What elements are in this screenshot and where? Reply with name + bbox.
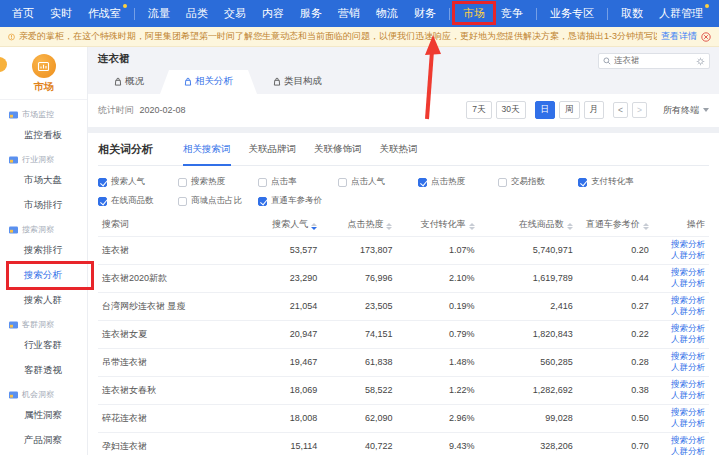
column-header[interactable]: 直通车参考价 [577, 214, 653, 236]
toolbar-button[interactable]: 30天 [496, 101, 526, 119]
gear-icon[interactable] [696, 57, 705, 66]
nav-item[interactable]: 财务 [406, 0, 444, 27]
checkbox-icon[interactable] [258, 197, 267, 206]
prev-date-button[interactable]: < [613, 102, 628, 118]
toolbar-button[interactable]: 7天 [466, 101, 491, 119]
nav-item[interactable]: 取数 [613, 0, 651, 27]
crowd-analysis-link[interactable]: 人群分析 [657, 334, 705, 345]
toolbar-button[interactable]: 周 [559, 101, 580, 119]
checkbox-icon[interactable] [498, 178, 507, 187]
nav-item[interactable]: 学院 [711, 0, 719, 27]
checkbox-icon[interactable] [178, 178, 187, 187]
metric-checkbox[interactable]: 商城点击占比 [178, 195, 258, 207]
analysis-subtab[interactable]: 关联热词 [380, 143, 418, 166]
nav-item[interactable]: 服务 [292, 0, 330, 27]
checkbox-icon[interactable] [258, 178, 267, 187]
toolbar-button[interactable]: 日 [535, 101, 556, 119]
crowd-analysis-link[interactable]: 人群分析 [657, 362, 705, 373]
search-analysis-link[interactable]: 搜索分析 [657, 323, 705, 334]
sort-icon[interactable] [469, 223, 475, 230]
actions-cell: 搜索分析 人群分析 [653, 348, 709, 376]
sidebar-item[interactable]: 客群透视 [0, 358, 87, 383]
nav-item[interactable]: 市场 [455, 0, 493, 27]
toolbar-button[interactable]: 月 [584, 101, 605, 119]
column-header[interactable]: 支付转化率 [396, 214, 478, 236]
page-tab[interactable]: 概况 [98, 70, 160, 94]
nav-item[interactable]: 人群管理 [651, 0, 711, 27]
search-input[interactable] [614, 56, 693, 66]
nav-item-label: 竞争 [501, 7, 523, 19]
search-analysis-link[interactable]: 搜索分析 [657, 351, 705, 362]
sidebar-item[interactable]: 市场排行 [0, 193, 87, 218]
metric-checkbox[interactable]: 支付转化率 [578, 176, 658, 188]
sidebar-item[interactable]: 市场大盘 [0, 168, 87, 193]
metric-checkbox[interactable]: 搜索人气 [98, 176, 178, 188]
sidebar-item[interactable]: 搜索分析 [0, 263, 87, 288]
notice-detail-link[interactable]: 查看详情 [661, 30, 697, 43]
next-date-button[interactable]: > [632, 102, 647, 118]
nav-item[interactable]: 交易 [216, 0, 254, 27]
crowd-analysis-link[interactable]: 人群分析 [657, 250, 705, 261]
nav-item[interactable]: 首页 [4, 0, 42, 27]
search-analysis-link[interactable]: 搜索分析 [657, 295, 705, 306]
metric-checkbox[interactable]: 直通车参考价 [258, 195, 338, 207]
crowd-analysis-link[interactable]: 人群分析 [657, 446, 705, 455]
nav-item[interactable]: 竞争 [493, 0, 531, 27]
checkbox-icon[interactable] [418, 178, 427, 187]
main-area: 市场 市场监控 监控看板 行业洞察 市场大盘 市场排行 搜索洞察 搜索排行 搜索… [0, 47, 719, 455]
sort-icon[interactable] [643, 223, 649, 230]
checkbox-icon[interactable] [98, 197, 107, 206]
page-tab[interactable]: 类目构成 [257, 70, 338, 94]
analysis-subtab[interactable]: 关联修饰词 [314, 143, 362, 166]
nav-item[interactable]: 业务专区 [542, 0, 602, 27]
nav-item[interactable]: 作战室 [80, 0, 129, 27]
terminal-dropdown[interactable]: 所有终端 [663, 104, 709, 117]
search-analysis-link[interactable]: 搜索分析 [657, 407, 705, 418]
nav-item[interactable]: 物流 [368, 0, 406, 27]
column-header[interactable]: 在线商品数 [479, 214, 577, 236]
nav-item[interactable]: 内容 [254, 0, 292, 27]
nav-item[interactable]: 营销 [330, 0, 368, 27]
checkbox-icon[interactable] [178, 197, 187, 206]
search-analysis-link[interactable]: 搜索分析 [657, 267, 705, 278]
keyword-search-box[interactable] [598, 53, 710, 69]
search-analysis-link[interactable]: 搜索分析 [657, 435, 705, 446]
nav-item[interactable]: 品类 [178, 0, 216, 27]
crowd-analysis-link[interactable]: 人群分析 [657, 418, 705, 429]
close-icon[interactable] [701, 32, 711, 42]
column-header[interactable]: 操作 [653, 214, 709, 236]
column-header[interactable]: 点击热度 [321, 214, 396, 236]
sort-icon[interactable] [311, 223, 317, 230]
crowd-analysis-link[interactable]: 人群分析 [657, 306, 705, 317]
crowd-analysis-link[interactable]: 人群分析 [657, 390, 705, 401]
sidebar-item[interactable]: 产品洞察 [0, 428, 87, 453]
sidebar-item[interactable]: 搜索人群 [0, 288, 87, 313]
checkbox-icon[interactable] [578, 178, 587, 187]
metric-checkbox[interactable]: 点击人气 [338, 176, 418, 188]
analysis-subtab[interactable]: 关联品牌词 [249, 143, 297, 166]
metric-checkbox[interactable]: 在线商品数 [98, 195, 178, 207]
search-analysis-link[interactable]: 搜索分析 [657, 239, 705, 250]
nav-item[interactable]: 流量 [140, 0, 178, 27]
crowd-analysis-link[interactable]: 人群分析 [657, 278, 705, 289]
sidebar-item[interactable]: 监控看板 [0, 123, 87, 148]
column-label: 搜索人气 [272, 219, 308, 229]
metric-checkbox[interactable]: 搜索热度 [178, 176, 258, 188]
sort-icon[interactable] [567, 223, 573, 230]
nav-item[interactable]: 实时 [42, 0, 80, 27]
actions-cell: 搜索分析 人群分析 [653, 236, 709, 264]
checkbox-icon[interactable] [98, 178, 107, 187]
sidebar-item[interactable]: 行业客群 [0, 333, 87, 358]
sort-icon[interactable] [386, 223, 392, 230]
column-header[interactable]: 搜索人气 [246, 214, 321, 236]
page-tab[interactable]: 相关分析 [160, 70, 257, 94]
sidebar-item[interactable]: 搜索排行 [0, 238, 87, 263]
sidebar-item[interactable]: 属性洞察 [0, 403, 87, 428]
column-header[interactable]: 搜索词 [98, 214, 246, 236]
metric-checkbox[interactable]: 点击率 [258, 176, 338, 188]
metric-checkbox[interactable]: 交易指数 [498, 176, 578, 188]
search-analysis-link[interactable]: 搜索分析 [657, 379, 705, 390]
checkbox-icon[interactable] [338, 178, 347, 187]
analysis-subtab[interactable]: 相关搜索词 [183, 143, 231, 166]
metric-checkbox[interactable]: 点击热度 [418, 176, 498, 188]
